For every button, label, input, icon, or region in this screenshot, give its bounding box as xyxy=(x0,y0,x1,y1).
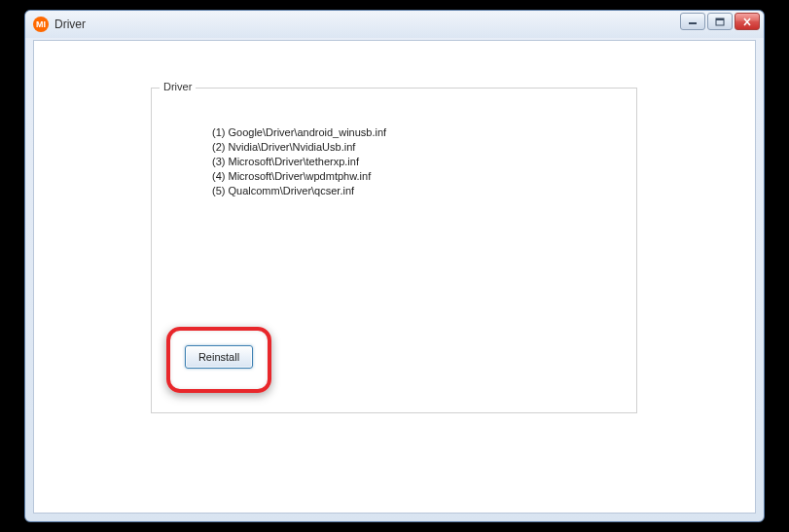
app-window: MI Driver D xyxy=(24,10,765,522)
reinstall-button[interactable]: Reinstall xyxy=(185,345,253,369)
list-item: (2) Nvidia\Driver\NvidiaUsb.inf xyxy=(212,140,386,155)
close-icon xyxy=(742,18,752,26)
titlebar[interactable]: MI Driver xyxy=(25,11,764,38)
svg-rect-2 xyxy=(716,18,724,20)
list-item: (1) Google\Driver\android_winusb.inf xyxy=(212,125,386,140)
maximize-icon xyxy=(715,18,725,26)
svg-rect-0 xyxy=(689,22,697,24)
client-area: Driver (1) Google\Driver\android_winusb.… xyxy=(33,40,756,514)
app-icon-text: MI xyxy=(36,19,46,29)
list-item: (3) Microsoft\Driver\tetherxp.inf xyxy=(212,155,386,169)
app-icon: MI xyxy=(33,17,49,32)
minimize-button[interactable] xyxy=(680,13,705,30)
maximize-button[interactable] xyxy=(707,13,733,30)
window-controls xyxy=(680,13,760,30)
list-item: (4) Microsoft\Driver\wpdmtphw.inf xyxy=(212,169,386,184)
driver-groupbox: Driver (1) Google\Driver\android_winusb.… xyxy=(151,88,637,413)
list-item: (5) Qualcomm\Driver\qcser.inf xyxy=(212,184,386,198)
close-button[interactable] xyxy=(735,13,760,30)
window-title: Driver xyxy=(54,18,86,31)
groupbox-label: Driver xyxy=(160,81,196,92)
minimize-icon xyxy=(688,18,698,25)
driver-list: (1) Google\Driver\android_winusb.inf (2)… xyxy=(212,125,386,198)
